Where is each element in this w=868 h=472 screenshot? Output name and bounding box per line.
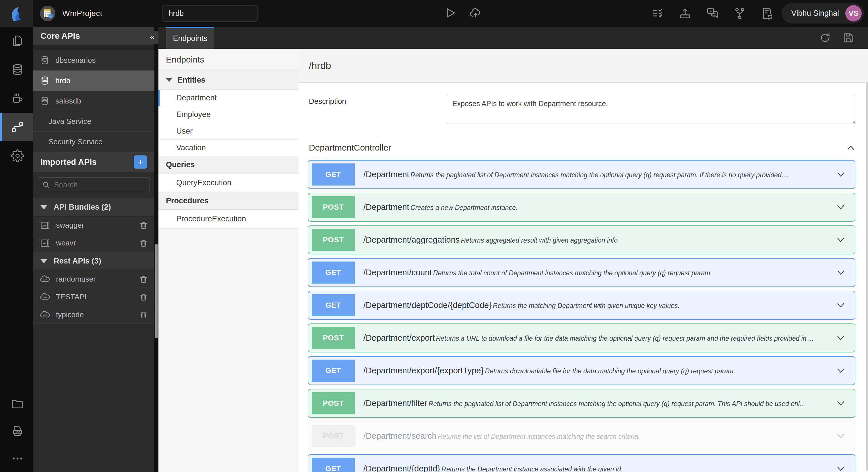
- branch-icon[interactable]: [733, 7, 746, 20]
- settings-gear-icon[interactable]: [0, 141, 33, 170]
- tree-item-queryexecution[interactable]: QueryExecution: [158, 173, 299, 193]
- tree-item-procedureexecution[interactable]: ProcedureExecution: [158, 210, 299, 229]
- endpoint-path: /Department/export: [363, 333, 435, 342]
- endpoint-description: Returns aggregated result with given agg…: [461, 237, 618, 244]
- checklist-icon[interactable]: [652, 7, 665, 20]
- delete-icon[interactable]: [139, 293, 148, 302]
- expand-chevron-icon[interactable]: [836, 270, 846, 276]
- sidebar-item-dbscenarios[interactable]: dbscenarios: [33, 50, 154, 71]
- tree-item-department[interactable]: Department: [158, 90, 299, 106]
- collapse-controller-icon[interactable]: [846, 144, 856, 151]
- endpoint-card[interactable]: GET /Department/export/{exportType} Retu…: [308, 356, 856, 385]
- rest-item-typicode[interactable]: API typicode: [33, 306, 154, 324]
- endpoints-list: GET /Department Returns the paginated li…: [308, 160, 856, 472]
- delete-icon[interactable]: [139, 239, 148, 248]
- apis-sidebar: Core APIs dbscenarios hrdb salesdb: [33, 27, 154, 472]
- api-designer-icon[interactable]: [0, 113, 33, 141]
- endpoint-card[interactable]: POST /Department/aggregations Returns ag…: [308, 225, 856, 255]
- database-icon[interactable]: [0, 55, 33, 84]
- expand-chevron-icon[interactable]: [836, 433, 846, 439]
- endpoint-card[interactable]: GET /Department/deptCode/{deptCode} Retu…: [308, 291, 856, 320]
- tab-endpoints[interactable]: Endpoints: [166, 27, 214, 49]
- save-icon[interactable]: [842, 32, 854, 44]
- tree-item-employee[interactable]: Employee: [158, 106, 299, 123]
- endpoint-card[interactable]: POST /Department/filter Returns the pagi…: [308, 389, 856, 418]
- window-scrollbar-thumb[interactable]: [866, 83, 868, 471]
- endpoint-card[interactable]: GET /Department/count Returns the total …: [308, 258, 856, 287]
- sidebar-item-security-service[interactable]: Security Service: [33, 132, 154, 152]
- method-badge: GET: [312, 360, 355, 382]
- wavemaker-logo[interactable]: [0, 0, 33, 27]
- endpoint-card[interactable]: GET /Department Returns the paginated li…: [308, 160, 856, 189]
- deploy-icon[interactable]: [679, 7, 692, 20]
- sidebar-item-label: Java Service: [49, 117, 91, 126]
- cloud-upload-icon[interactable]: [468, 6, 483, 20]
- rest-api-icon: API: [39, 274, 51, 285]
- endpoint-card[interactable]: GET /Department/{deptId} Returns the Dep…: [308, 454, 856, 472]
- wave-logo-icon: [9, 5, 24, 22]
- sidebar-scrollbar-thumb[interactable]: [155, 244, 158, 338]
- rest-item-testapi[interactable]: API TESTAPI: [33, 288, 154, 306]
- procedures-section-header[interactable]: Procedures: [158, 193, 299, 210]
- description-label: Description: [309, 94, 446, 124]
- sidebar-item-label: hrdb: [55, 76, 70, 85]
- expand-chevron-icon[interactable]: [836, 302, 846, 308]
- method-badge: GET: [312, 164, 355, 186]
- rest-item-randomuser[interactable]: API randomuser: [33, 270, 154, 288]
- file-sync-icon[interactable]: [760, 7, 773, 20]
- refresh-icon[interactable]: [819, 32, 831, 44]
- endpoint-card-disabled[interactable]: POST /Department/search Returns the list…: [308, 422, 856, 450]
- bundle-item-weavr[interactable]: API weavr: [33, 234, 154, 252]
- more-ellipsis-icon[interactable]: [0, 445, 33, 472]
- log-file-icon[interactable]: LOG: [0, 417, 33, 445]
- svg-text:API: API: [43, 278, 46, 281]
- rail-bottom-group: LOG: [0, 390, 33, 472]
- sidebar-item-salesdb[interactable]: salesdb: [33, 91, 154, 111]
- sidebar-search-input[interactable]: [38, 177, 150, 192]
- entities-section-header[interactable]: Entities: [158, 71, 299, 90]
- endpoint-path: /Department/deptCode/{deptCode}: [363, 301, 492, 310]
- rest-apis-group-header[interactable]: Rest APIs (3): [33, 252, 154, 270]
- expand-chevron-icon[interactable]: [836, 466, 846, 472]
- expand-chevron-icon[interactable]: [836, 204, 846, 210]
- description-textarea[interactable]: Exposes APIs to work with Department res…: [446, 94, 856, 124]
- pages-icon[interactable]: [0, 27, 33, 55]
- user-menu[interactable]: Vibhu Singhal VS: [782, 3, 864, 24]
- collapse-sidebar-button[interactable]: «: [146, 31, 158, 44]
- sidebar-item-java-service[interactable]: Java Service: [33, 111, 154, 132]
- method-badge: GET: [312, 262, 355, 283]
- add-api-button[interactable]: +: [134, 156, 147, 169]
- expand-chevron-icon[interactable]: [836, 237, 846, 243]
- topbar-search-input[interactable]: [162, 5, 257, 22]
- java-service-icon[interactable]: [0, 84, 33, 113]
- endpoint-description: Returns the paginated list of Department…: [429, 400, 805, 407]
- sidebar-item-hrdb[interactable]: hrdb: [33, 71, 154, 91]
- topbar: WmProject A: [0, 0, 868, 27]
- delete-icon[interactable]: [139, 275, 148, 284]
- core-apis-header: Core APIs: [33, 27, 154, 45]
- search-icon: [42, 181, 50, 189]
- endpoint-card[interactable]: POST /Department Creates a new Departmen…: [308, 193, 856, 222]
- project-switcher[interactable]: WmProject: [39, 5, 102, 22]
- api-bundles-group-header[interactable]: API Bundles (2): [33, 198, 154, 216]
- rest-api-icon: API: [39, 309, 51, 321]
- delete-icon[interactable]: [139, 221, 148, 230]
- service-header: /hrdb: [299, 49, 868, 82]
- expand-chevron-icon[interactable]: [836, 335, 846, 341]
- endpoint-card[interactable]: POST /Department/export Returns a URL to…: [308, 324, 856, 352]
- chevron-down-icon: [40, 259, 48, 263]
- bundle-item-swagger[interactable]: API swagger: [33, 216, 154, 234]
- tree-item-user[interactable]: User: [158, 123, 299, 140]
- explorer-title: Endpoints: [158, 49, 299, 71]
- bundle-item-label: weavr: [56, 239, 76, 247]
- delete-icon[interactable]: [139, 310, 148, 319]
- expand-chevron-icon[interactable]: [836, 171, 846, 178]
- database-icon: [40, 96, 50, 106]
- folder-icon[interactable]: [0, 390, 33, 417]
- expand-chevron-icon[interactable]: [836, 368, 846, 374]
- tree-item-vacation[interactable]: Vacation: [158, 140, 299, 156]
- expand-chevron-icon[interactable]: [836, 400, 846, 407]
- run-preview-icon[interactable]: [443, 6, 457, 20]
- translate-icon[interactable]: A 文: [706, 7, 719, 20]
- queries-section-header[interactable]: Queries: [158, 156, 299, 173]
